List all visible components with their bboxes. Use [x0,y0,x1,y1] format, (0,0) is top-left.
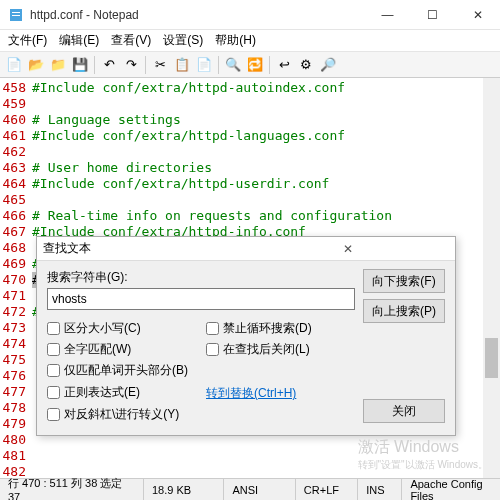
chk-regex[interactable]: 正则表达式(E) [47,383,196,402]
code-line[interactable]: 459 [0,96,500,112]
chk-noloop[interactable]: 禁止循环搜索(D) [206,320,355,337]
dialog-close-button[interactable]: 关闭 [363,399,445,423]
separator [145,56,146,74]
search-input[interactable] [47,288,355,310]
redo-icon[interactable]: ↷ [121,55,141,75]
chk-backslash[interactable]: 对反斜杠\进行转义(Y) [47,406,196,423]
line-number: 481 [0,448,32,464]
scrollbar-thumb[interactable] [485,338,498,378]
line-number: 478 [0,400,32,416]
line-number: 480 [0,432,32,448]
line-number: 476 [0,368,32,384]
svg-rect-2 [12,15,20,16]
separator [94,56,95,74]
separator [269,56,270,74]
goto-replace-link[interactable]: 转到替换(Ctrl+H) [206,385,355,402]
code-line[interactable]: 461#Include conf/extra/httpd-languages.c… [0,128,500,144]
title-bar: httpd.conf - Notepad — ☐ ✕ [0,0,500,30]
zoom-icon[interactable]: 🔎 [318,55,338,75]
menu-settings[interactable]: 设置(S) [159,30,207,51]
line-number: 459 [0,96,32,112]
menu-bar: 文件(F) 编辑(E) 查看(V) 设置(S) 帮助(H) [0,30,500,52]
line-text[interactable]: #Include conf/extra/httpd-userdir.conf [32,176,329,192]
line-number: 465 [0,192,32,208]
line-number: 458 [0,80,32,96]
cut-icon[interactable]: ✂ [150,55,170,75]
line-number: 479 [0,416,32,432]
replace-icon[interactable]: 🔁 [245,55,265,75]
line-text[interactable]: #Include conf/extra/httpd-languages.conf [32,128,345,144]
undo-icon[interactable]: ↶ [99,55,119,75]
line-text[interactable]: # Real-time info on requests and configu… [32,208,392,224]
line-number: 482 [0,464,32,476]
search-label: 搜索字符串(G): [47,269,355,286]
code-line[interactable]: 463# User home directories [0,160,500,176]
line-number: 463 [0,160,32,176]
code-line[interactable]: 464#Include conf/extra/httpd-userdir.con… [0,176,500,192]
line-number: 472 [0,304,32,320]
search-down-button[interactable]: 向下搜索(F) [363,269,445,293]
menu-file[interactable]: 文件(F) [4,30,51,51]
paste-icon[interactable]: 📄 [194,55,214,75]
save-icon[interactable]: 💾 [70,55,90,75]
vertical-scrollbar[interactable] [483,78,500,478]
status-position: 行 470 : 511 列 38 选定 37 [0,479,144,500]
dialog-title: 查找文本 [43,240,246,257]
line-number: 474 [0,336,32,352]
code-line[interactable]: 458#Include conf/extra/httpd-autoindex.c… [0,80,500,96]
line-number: 477 [0,384,32,400]
copy-icon[interactable]: 📋 [172,55,192,75]
browse-icon[interactable]: 📁 [48,55,68,75]
code-line[interactable]: 460# Language settings [0,112,500,128]
settings-icon[interactable]: ⚙ [296,55,316,75]
find-icon[interactable]: 🔍 [223,55,243,75]
status-size: 18.9 KB [144,479,224,500]
chk-closeafter[interactable]: 在查找后关闭(L) [206,341,355,358]
line-number: 464 [0,176,32,192]
app-icon [8,7,24,23]
line-number: 462 [0,144,32,160]
chk-startonly[interactable]: 仅匹配单词开头部分(B) [47,362,196,379]
maximize-button[interactable]: ☐ [410,0,455,30]
toolbar: 📄 📂 📁 💾 ↶ ↷ ✂ 📋 📄 🔍 🔁 ↩ ⚙ 🔎 [0,52,500,78]
dialog-close-icon[interactable]: ✕ [246,242,449,256]
code-line[interactable]: 481 [0,448,500,464]
status-bar: 行 470 : 511 列 38 选定 37 18.9 KB ANSI CR+L… [0,478,500,500]
line-number: 473 [0,320,32,336]
status-encoding: ANSI [224,479,295,500]
code-line[interactable]: 482 [0,464,500,476]
code-line[interactable]: 466# Real-time info on requests and conf… [0,208,500,224]
close-button[interactable]: ✕ [455,0,500,30]
new-icon[interactable]: 📄 [4,55,24,75]
window-title: httpd.conf - Notepad [30,8,365,22]
find-dialog: 查找文本 ✕ 搜索字符串(G): 区分大小写(C) 禁止循环搜索(D) 全字匹配… [36,236,456,436]
separator [218,56,219,74]
dialog-titlebar[interactable]: 查找文本 ✕ [37,237,455,261]
line-text[interactable]: # Language settings [32,112,181,128]
line-number: 461 [0,128,32,144]
svg-rect-1 [12,12,20,13]
status-filetype: Apache Config Files [402,479,500,500]
open-icon[interactable]: 📂 [26,55,46,75]
minimize-button[interactable]: — [365,0,410,30]
chk-case[interactable]: 区分大小写(C) [47,320,196,337]
menu-view[interactable]: 查看(V) [107,30,155,51]
search-up-button[interactable]: 向上搜索(P) [363,299,445,323]
line-number: 469 [0,256,32,272]
line-number: 468 [0,240,32,256]
line-number: 471 [0,288,32,304]
status-ins: INS [358,479,402,500]
wordwrap-icon[interactable]: ↩ [274,55,294,75]
line-number: 475 [0,352,32,368]
status-eol: CR+LF [296,479,358,500]
menu-help[interactable]: 帮助(H) [211,30,260,51]
line-text[interactable]: #Include conf/extra/httpd-autoindex.conf [32,80,345,96]
line-number: 467 [0,224,32,240]
code-line[interactable]: 462 [0,144,500,160]
chk-wholeword[interactable]: 全字匹配(W) [47,341,196,358]
code-line[interactable]: 465 [0,192,500,208]
line-text[interactable]: # User home directories [32,160,212,176]
menu-edit[interactable]: 编辑(E) [55,30,103,51]
line-number: 460 [0,112,32,128]
line-number: 466 [0,208,32,224]
